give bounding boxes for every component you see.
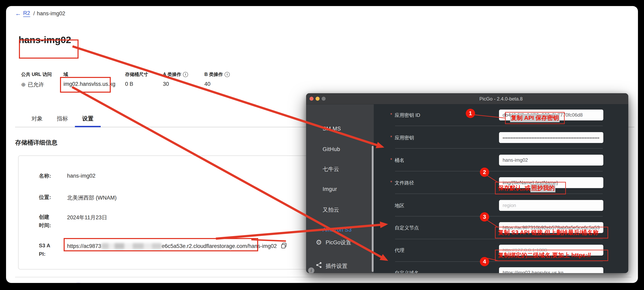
breadcrumb-separator: / [34, 10, 35, 17]
annotation-step3-box: 复制 S3 API 链接,但上删掉最后/桶名称 [495, 227, 608, 238]
stat-value: ⊕已允许 [21, 81, 44, 88]
picgo-field-input-4[interactable] [499, 200, 603, 211]
tab-objects[interactable]: 对象 [30, 115, 44, 122]
stat-label-text: A 类操作 [163, 71, 181, 78]
sidebar-item-picgo-settings[interactable]: PicGo设置 [326, 239, 352, 246]
picgo-field-input-1[interactable] [499, 132, 603, 143]
detail-value-name: hans-img02 [67, 173, 96, 179]
annotation-step4-box: 复制绑定的二级域名,要加上 https:// [495, 250, 608, 261]
annotation-number-3: 3 [480, 212, 489, 222]
stat-label-text: 公共 URL 访问 [21, 71, 52, 78]
stat-label-text: B 类操作 [204, 71, 223, 78]
screenshot-stage: ← R2 / hans-img02 hans-img02 公共 URL 访问⊕已… [0, 0, 644, 290]
bucket-details-box [18, 156, 310, 270]
annotation-box-title [19, 40, 78, 58]
annotation-step2-text: 保存默认,,或 [498, 184, 530, 192]
picgo-field-label: 文件路径 [395, 180, 414, 186]
detail-label-created: 创建时间: [39, 213, 52, 230]
breadcrumb: ← R2 / hans-img02 [15, 10, 65, 17]
gear-icon: ⚙ [316, 238, 322, 246]
section-divider [15, 277, 631, 277]
detail-value-location: 北美洲西部 (WNAM) [67, 194, 116, 202]
picgo-field-label: 桶名 [395, 157, 404, 164]
active-tab-underline [75, 126, 101, 127]
stat-value: 40 [204, 81, 210, 87]
picgo-field-label: 应用密钥 [395, 134, 414, 141]
copy-icon[interactable] [281, 242, 287, 249]
docs-book-icon[interactable] [73, 282, 84, 283]
sidebar-item-sm-ms[interactable]: SM.MS [322, 126, 341, 132]
required-asterisk: * [390, 112, 392, 118]
zoom-traffic-light[interactable] [322, 97, 326, 101]
info-icon[interactable]: i [224, 72, 230, 77]
minimize-traffic-light[interactable] [316, 97, 320, 101]
annotation-step4-text: 复制绑定的二级域名,要加上 https:// [498, 251, 591, 260]
stat-label: 存储桶尺寸 [125, 71, 148, 78]
stat-label-text: 域 [64, 71, 68, 78]
sidebar-item-github[interactable]: GitHub [322, 146, 340, 152]
sidebar-item-amazon-s3[interactable]: Amazon S3 [322, 227, 352, 233]
breadcrumb-link-r2[interactable]: R2 [23, 10, 30, 17]
annotation-box-s3-url [64, 238, 258, 251]
picgo-window: PicGo - 2.4.0-beta.8 i SM.MSGitHub七牛云Img… [306, 93, 628, 273]
picgo-field-label: 应用密钥 ID [395, 112, 420, 118]
detail-label-location: 位置: [39, 193, 52, 202]
tab-settings[interactable]: 设置 [82, 115, 94, 122]
sidebar-item-plugin-settings[interactable]: 插件设置 [326, 262, 347, 270]
stat-value-text: 30 [163, 81, 169, 87]
info-icon[interactable]: i [308, 268, 314, 273]
form-row-divider [395, 262, 603, 262]
annotation-step2-highlight: 照抄我的 [530, 184, 556, 192]
back-arrow-icon[interactable]: ← [15, 10, 21, 17]
picgo-field-label: 代理 [395, 247, 404, 254]
close-traffic-light[interactable] [310, 97, 314, 101]
detail-label-name: 名称: [39, 172, 52, 180]
form-row-divider [395, 148, 603, 148]
tab-metrics[interactable]: 指标 [56, 115, 69, 122]
sidebar-item--[interactable]: 又拍云 [322, 206, 339, 214]
form-row-divider [395, 239, 603, 239]
stat-value-text: 0 B [125, 81, 133, 87]
picgo-field-input-2[interactable] [499, 155, 603, 166]
breadcrumb-current: hans-img02 [37, 10, 65, 17]
detail-label-s3-api: S3 API: [39, 241, 52, 258]
sidebar-item--[interactable]: 七牛云 [322, 166, 339, 173]
stat-value-text: 已允许 [28, 81, 44, 88]
form-row-divider [395, 171, 603, 172]
annotation-number-4: 4 [480, 257, 489, 266]
picgo-field-input-7[interactable] [499, 267, 603, 273]
stat-value: 30 [163, 81, 169, 87]
info-icon[interactable]: i [183, 72, 188, 77]
stat-label-text: 存储桶尺寸 [125, 71, 148, 78]
stat-label: 域 [64, 71, 68, 78]
picgo-field-label: 自定义节点 [395, 224, 419, 231]
form-row-divider [395, 216, 603, 216]
annotation-step3-text: 复制 S3 API 链接,但上删掉最后/桶名称 [498, 228, 599, 237]
annotation-step1-text: 复制 API 保存密钥 [510, 114, 560, 122]
required-asterisk: * [390, 157, 392, 163]
stat-label: B 类操作i [204, 71, 230, 78]
sidebar-item-imgur[interactable]: Imgur [322, 186, 337, 192]
form-row-divider [395, 126, 603, 126]
section-title: 存储桶详细信息 [15, 138, 58, 147]
annotation-step1-box: 复制 API 保存密钥 [505, 112, 565, 124]
detail-value-created: 2024年11月23日 [67, 214, 107, 221]
globe-icon: ⊕ [21, 81, 26, 88]
stat-value: 0 B [125, 81, 133, 87]
stat-value-text: 40 [204, 81, 210, 87]
stat-label: A 类操作i [163, 71, 188, 78]
annotation-number-2: 2 [480, 168, 489, 177]
picgo-field-label: 地区 [395, 202, 404, 209]
required-asterisk: * [390, 180, 392, 185]
picgo-field-label: 自定义域名 [395, 270, 419, 273]
sidebar-scrollbar[interactable] [372, 146, 374, 272]
annotation-step2-box: 保存默认,,或照抄我的 [495, 182, 566, 194]
picgo-window-title: PicGo - 2.4.0-beta.8 [374, 93, 628, 104]
stat-label: 公共 URL 访问 [21, 71, 52, 78]
required-asterisk: * [390, 134, 392, 140]
annotation-box-domain [60, 77, 111, 93]
annotation-number-1: 1 [466, 109, 475, 118]
share-icon [316, 262, 322, 269]
